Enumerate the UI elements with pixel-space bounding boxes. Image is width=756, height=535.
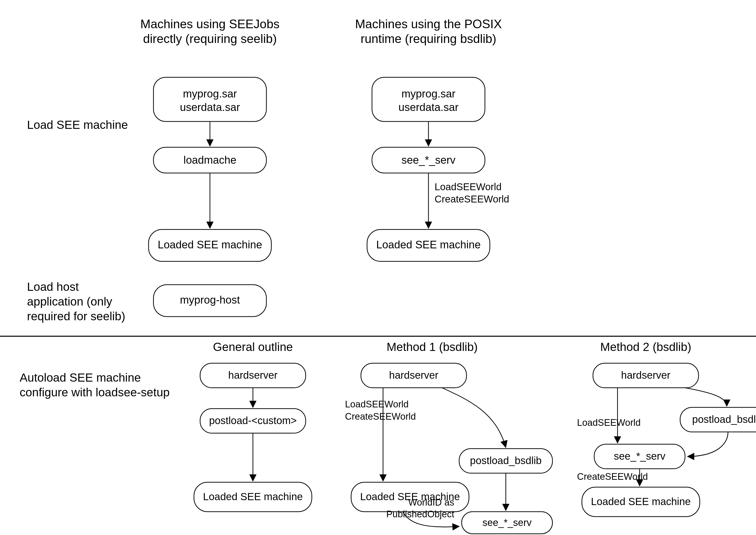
col-header-seejobs-2: directly (requiring seelib) xyxy=(143,32,277,46)
node-loaded-left: Loaded SEE machine xyxy=(149,230,271,261)
node-seeserv-m2: see_*_serv xyxy=(594,444,685,469)
node-hardserver-m1-text: hardserver xyxy=(389,369,439,381)
node-seeserv-top-text: see_*_serv xyxy=(401,154,455,166)
row-label-load-see: Load SEE machine xyxy=(27,118,128,131)
arrow-hs-to-postload-m2 xyxy=(685,388,727,406)
node-sar-right-line1: myprog.sar xyxy=(401,88,455,99)
node-seeserv-m1-text: see_*_serv xyxy=(482,517,532,528)
row-label-load-host-3: required for seelib) xyxy=(27,310,125,323)
node-loadmache-text: loadmache xyxy=(184,154,236,166)
node-loaded-general: Loaded SEE machine xyxy=(194,482,312,512)
node-seeserv-m2-text: see_*_serv xyxy=(614,450,665,462)
col-header-method2: Method 2 (bsdlib) xyxy=(600,340,691,353)
node-loaded-m2-text: Loaded SEE machine xyxy=(591,496,691,507)
node-seeserv-m1: see_*_serv xyxy=(462,512,552,534)
node-sar-right-line2: userdata.sar xyxy=(398,101,459,113)
arrow-postload-to-seeserv-m2 xyxy=(687,432,728,457)
edge-label-createseeworld-m2: CreateSEEWorld xyxy=(577,471,648,482)
edge-label-loadseeworld-m1: LoadSEEWorld xyxy=(345,399,409,409)
node-myprog-host: myprog-host xyxy=(154,285,266,317)
node-hardserver-general: hardserver xyxy=(200,363,306,388)
node-seeserv-top: see_*_serv xyxy=(372,147,485,173)
node-postload-custom: postload-<custom> xyxy=(200,408,306,433)
node-loaded-right: Loaded SEE machine xyxy=(367,230,490,261)
node-hardserver-m1: hardserver xyxy=(361,363,467,388)
node-loaded-left-text: Loaded SEE machine xyxy=(158,239,262,251)
arrow-hs-to-postload-m1 xyxy=(442,388,506,447)
node-sar-left-line2: userdata.sar xyxy=(180,101,240,113)
node-loaded-m2: Loaded SEE machine xyxy=(582,487,700,517)
row-label-autoload-2: configure with loadsee-setup xyxy=(20,386,170,399)
node-myprog-host-text: myprog-host xyxy=(180,294,240,306)
edge-label-loadseeworld-top: LoadSEEWorld xyxy=(435,182,502,192)
edge-label-worldid-2: PublishedObject xyxy=(386,509,454,519)
col-header-posix-1: Machines using the POSIX xyxy=(355,17,502,31)
row-label-autoload-1: Autoload SEE machine xyxy=(20,371,141,384)
node-postload-bsdlib-m2: postload_bsdlib xyxy=(680,408,756,432)
node-sar-left-line1: myprog.sar xyxy=(183,88,237,99)
col-header-seejobs-1: Machines using SEEJobs xyxy=(140,17,280,31)
node-postload-bsdlib-m1-text: postload_bsdlib xyxy=(470,455,542,466)
col-header-posix-2: runtime (requiring bsdlib) xyxy=(361,32,496,46)
node-postload-bsdlib-m2-text: postload_bsdlib xyxy=(692,413,756,425)
node-loaded-general-text: Loaded SEE machine xyxy=(203,491,303,502)
node-sar-left: myprog.sar userdata.sar xyxy=(154,77,266,122)
edge-label-worldid-1: WorldID as xyxy=(408,497,454,508)
row-label-load-host-1: Load host xyxy=(27,280,79,293)
edge-label-loadseeworld-m2: LoadSEEWorld xyxy=(577,417,641,428)
node-loaded-right-text: Loaded SEE machine xyxy=(376,239,481,251)
node-hardserver-general-text: hardserver xyxy=(228,369,278,381)
edge-label-createseeworld-m1: CreateSEEWorld xyxy=(345,411,416,422)
node-postload-custom-text: postload-<custom> xyxy=(209,415,297,426)
node-hardserver-m2: hardserver xyxy=(593,363,699,388)
col-header-general: General outline xyxy=(213,340,293,353)
col-header-method1: Method 1 (bsdlib) xyxy=(387,340,478,353)
node-loadmache: loadmache xyxy=(154,147,266,173)
node-hardserver-m2-text: hardserver xyxy=(621,369,671,381)
edge-label-createseeworld-top: CreateSEEWorld xyxy=(435,194,509,205)
node-postload-bsdlib-m1: postload_bsdlib xyxy=(459,449,552,473)
row-label-load-host-2: application (only xyxy=(27,295,112,308)
node-sar-right: myprog.sar userdata.sar xyxy=(372,77,485,122)
